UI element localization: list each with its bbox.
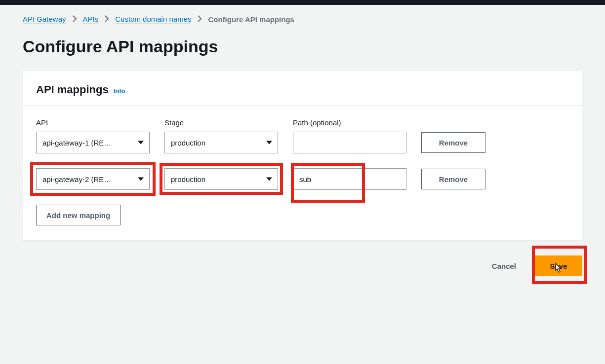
caret-down-icon — [266, 139, 273, 147]
page-title: Configure API mappings — [23, 37, 582, 56]
remove-button[interactable]: Remove — [421, 132, 485, 153]
api-select[interactable]: api-gateway-2 (RE… — [36, 168, 150, 190]
mapping-row: api-gateway-1 (RE… production Remove — [36, 132, 569, 153]
add-new-mapping-button[interactable]: Add new mapping — [36, 205, 121, 225]
cancel-button[interactable]: Cancel — [482, 255, 526, 276]
path-input[interactable] — [299, 132, 400, 153]
chevron-right-icon — [104, 15, 109, 24]
top-nav-bar — [0, 0, 605, 5]
column-header-path: Path (optional) — [293, 118, 406, 127]
chevron-right-icon — [197, 15, 202, 24]
stage-select[interactable]: production — [164, 168, 278, 190]
stage-select-value: production — [171, 175, 205, 183]
panel-title: API mappings — [36, 83, 109, 96]
stage-select[interactable]: production — [164, 132, 278, 153]
save-button[interactable]: Save — [535, 255, 582, 276]
info-link[interactable]: Info — [114, 87, 125, 95]
breadcrumb-apis[interactable]: APIs — [83, 15, 99, 24]
remove-button[interactable]: Remove — [421, 169, 485, 189]
api-select-value: api-gateway-2 (RE… — [42, 175, 111, 183]
path-input[interactable] — [299, 169, 400, 189]
column-header-api: API — [36, 118, 150, 127]
mapping-row: api-gateway-2 (RE… production — [36, 168, 569, 190]
caret-down-icon — [266, 175, 273, 183]
breadcrumb: API Gateway APIs Custom domain names Con… — [23, 15, 582, 24]
caret-down-icon — [137, 175, 144, 183]
api-select[interactable]: api-gateway-1 (RE… — [36, 132, 150, 153]
api-select-value: api-gateway-1 (RE… — [42, 139, 111, 147]
footer-actions: Cancel Save — [23, 255, 582, 276]
path-input-wrapper — [293, 168, 406, 190]
breadcrumb-custom-domains[interactable]: Custom domain names — [115, 15, 191, 24]
caret-down-icon — [137, 139, 144, 147]
breadcrumb-current: Configure API mappings — [208, 15, 294, 24]
stage-select-value: production — [171, 139, 205, 147]
api-mappings-panel: API mappings Info API Stage Path (option… — [23, 70, 582, 241]
chevron-right-icon — [72, 15, 77, 24]
breadcrumb-api-gateway[interactable]: API Gateway — [23, 15, 66, 24]
column-header-stage: Stage — [164, 118, 278, 127]
path-input-wrapper — [293, 132, 406, 153]
